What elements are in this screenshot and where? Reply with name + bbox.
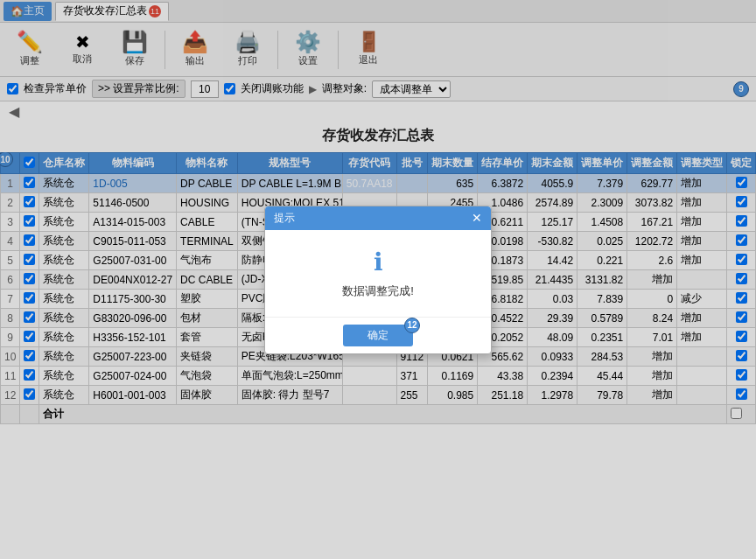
modal-info-icon: ℹ [279,248,477,276]
modal-title: 提示 [274,211,295,226]
modal-confirm-button[interactable]: 确定 12 [343,325,413,346]
circle-badge-12: 12 [404,318,420,333]
modal-header: 提示 ✕ [265,206,491,230]
modal-footer: 确定 12 [265,317,491,353]
modal-body: ℹ 数据调整完成! [265,230,491,317]
modal-close-icon[interactable]: ✕ [472,211,482,225]
confirm-label: 确定 [368,329,388,341]
modal-message: 数据调整完成! [279,283,477,299]
modal-overlay: 提示 ✕ ℹ 数据调整完成! 确定 12 [0,0,756,559]
modal-dialog: 提示 ✕ ℹ 数据调整完成! 确定 12 [264,206,492,354]
